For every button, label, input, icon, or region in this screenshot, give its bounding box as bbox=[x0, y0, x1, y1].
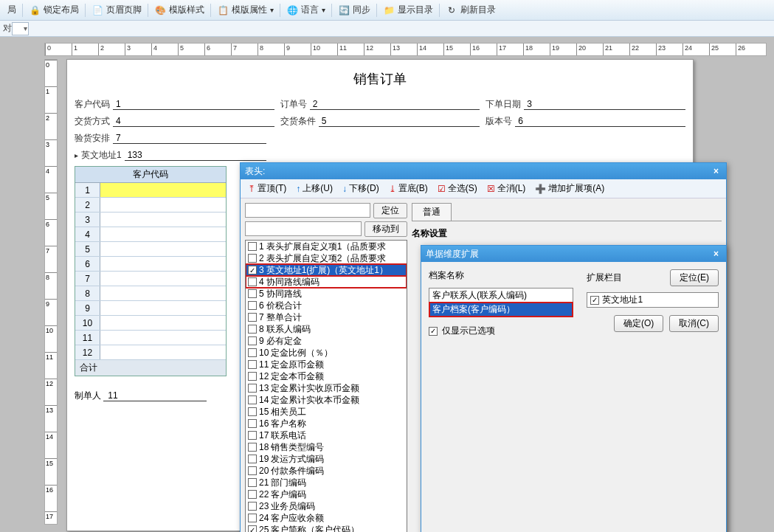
field-item[interactable]: 23业务员编码 bbox=[246, 500, 407, 512]
item-checkbox[interactable] bbox=[248, 443, 257, 452]
field-item[interactable]: 17联系电话 bbox=[246, 429, 407, 441]
grid-row[interactable]: 6 bbox=[75, 257, 226, 272]
field-item[interactable]: 10定金比例（％） bbox=[246, 347, 407, 359]
opt-show-selected-checkbox[interactable]: ✓ bbox=[429, 327, 438, 336]
field-en-addr1[interactable]: 133 bbox=[125, 150, 266, 161]
field-item[interactable]: 4协同路线编码 bbox=[246, 276, 407, 288]
field-item[interactable]: 8联系人编码 bbox=[246, 323, 407, 335]
item-checkbox[interactable]: ✓ bbox=[248, 266, 257, 274]
field-delivery-term[interactable]: 5 bbox=[319, 116, 480, 127]
ext-checkbox[interactable]: ✓ bbox=[590, 296, 599, 305]
item-checkbox[interactable] bbox=[248, 490, 257, 499]
item-checkbox[interactable] bbox=[248, 372, 257, 381]
btn-add-ext[interactable]: ➕增加扩展项(A) bbox=[531, 181, 609, 196]
ext-column-list[interactable]: ✓英文地址1 bbox=[587, 292, 719, 308]
archive-item[interactable]: 客户档案(客户编码） bbox=[429, 303, 573, 317]
grid-row[interactable]: 11 bbox=[75, 331, 226, 345]
item-checkbox[interactable] bbox=[248, 407, 257, 416]
dlg1-titlebar[interactable]: 表头: × bbox=[241, 163, 726, 179]
item-checkbox[interactable] bbox=[248, 395, 257, 404]
tb-template-style[interactable]: 🎨模版样式 bbox=[150, 2, 209, 18]
field-item[interactable]: 21部门编码 bbox=[246, 477, 407, 488]
field-item[interactable]: 7整单合计 bbox=[246, 311, 407, 323]
field-item[interactable]: 20付款条件编码 bbox=[246, 465, 407, 477]
tb-header-footer[interactable]: 📄页眉页脚 bbox=[87, 2, 146, 18]
grid-row[interactable]: 9 bbox=[75, 301, 226, 316]
field-item[interactable]: 1表头扩展自定义项1（品质要求 bbox=[246, 241, 407, 252]
tb-lock-layout[interactable]: 🔒锁定布局 bbox=[24, 2, 83, 18]
field-customer-code[interactable]: 1 bbox=[113, 99, 274, 110]
item-checkbox[interactable] bbox=[248, 360, 257, 369]
grid-row[interactable]: 5 bbox=[75, 242, 226, 257]
grid-row[interactable]: 10 bbox=[75, 316, 226, 331]
grid-row[interactable]: 4 bbox=[75, 227, 226, 242]
item-checkbox[interactable] bbox=[248, 514, 257, 522]
field-item[interactable]: 22客户编码 bbox=[246, 488, 407, 500]
item-checkbox[interactable] bbox=[248, 301, 257, 310]
item-checkbox[interactable] bbox=[248, 502, 257, 511]
item-checkbox[interactable] bbox=[248, 254, 257, 263]
field-inspect[interactable]: 7 bbox=[113, 133, 266, 144]
mini-grid[interactable]: 客户代码 123456789101112 合计 bbox=[75, 166, 227, 376]
item-checkbox[interactable] bbox=[248, 336, 257, 345]
item-checkbox[interactable] bbox=[248, 384, 257, 393]
dlg2-cancel-button[interactable]: 取消(C) bbox=[669, 315, 719, 332]
item-checkbox[interactable]: ✓ bbox=[248, 525, 257, 532]
item-checkbox[interactable] bbox=[248, 289, 257, 298]
item-checkbox[interactable] bbox=[248, 325, 257, 334]
field-item[interactable]: 14定金累计实收本币金额 bbox=[246, 394, 407, 406]
grid-row[interactable]: 12 bbox=[75, 345, 226, 360]
align-dropdown[interactable] bbox=[12, 22, 29, 35]
field-item[interactable]: 13定金累计实收原币金额 bbox=[246, 382, 407, 394]
dlg1-close-icon[interactable]: × bbox=[711, 166, 722, 176]
btn-move-top[interactable]: ⤒置顶(T) bbox=[243, 181, 291, 196]
field-item[interactable]: 16客户名称 bbox=[246, 418, 407, 429]
item-checkbox[interactable] bbox=[248, 277, 257, 286]
field-item[interactable]: ✓3英文地址1(扩展)（英文地址1） bbox=[246, 264, 407, 276]
field-order-no[interactable]: 2 bbox=[310, 99, 480, 110]
ext-item[interactable]: ✓英文地址1 bbox=[587, 293, 718, 307]
field-version[interactable]: 6 bbox=[515, 116, 685, 127]
btn-moveto[interactable]: 移动到 bbox=[364, 221, 407, 237]
dlg1-item-list[interactable]: 1表头扩展自定义项1（品质要求2表头扩展自定义项2（品质要求✓3英文地址1(扩展… bbox=[245, 240, 407, 532]
item-checkbox[interactable] bbox=[248, 431, 257, 440]
tb-refresh-toc[interactable]: ↻刷新目录 bbox=[441, 2, 500, 18]
field-item[interactable]: ✓25客户简称（客户代码） bbox=[246, 524, 407, 532]
dlg2-ok-button[interactable]: 确定(O) bbox=[614, 315, 663, 332]
field-item[interactable]: 5协同路线 bbox=[246, 288, 407, 300]
item-checkbox[interactable] bbox=[248, 313, 257, 322]
field-item[interactable]: 2表头扩展自定义项2（品质要求 bbox=[246, 252, 407, 264]
btn-locate-e[interactable]: 定位(E) bbox=[670, 269, 719, 286]
field-maker[interactable]: 11 bbox=[103, 390, 207, 401]
btn-select-all[interactable]: ☑全选(S) bbox=[433, 181, 482, 196]
btn-move-down[interactable]: ↓下移(D) bbox=[338, 181, 384, 196]
field-item[interactable]: 6价税合计 bbox=[246, 300, 407, 311]
tb-sync[interactable]: 🔄同步 bbox=[334, 2, 375, 18]
tb-layout[interactable]: 局 bbox=[3, 2, 21, 18]
grid-row[interactable]: 3 bbox=[75, 213, 226, 227]
field-item[interactable]: 19发运方式编码 bbox=[246, 453, 407, 465]
dlg1-search-input[interactable] bbox=[245, 203, 370, 218]
field-item[interactable]: 11定金原币金额 bbox=[246, 359, 407, 370]
grid-row[interactable]: 8 bbox=[75, 286, 226, 301]
archive-item[interactable]: 客户联系人(联系人编码) bbox=[429, 289, 573, 303]
field-order-date[interactable]: 3 bbox=[524, 99, 685, 110]
tb-show-toc[interactable]: 📁显示目录 bbox=[379, 2, 438, 18]
field-item[interactable]: 15相关员工 bbox=[246, 406, 407, 418]
item-checkbox[interactable] bbox=[248, 419, 257, 428]
dlg1-moveto-input[interactable] bbox=[245, 221, 362, 236]
tb-template-props[interactable]: 📋模版属性▾ bbox=[212, 2, 278, 18]
tab-general[interactable]: 普通 bbox=[412, 203, 452, 221]
item-checkbox[interactable] bbox=[248, 478, 257, 487]
item-checkbox[interactable] bbox=[248, 348, 257, 357]
field-item[interactable]: 9必有定金 bbox=[246, 335, 407, 347]
grid-row[interactable]: 7 bbox=[75, 272, 226, 286]
item-checkbox[interactable] bbox=[248, 242, 257, 251]
tb-language[interactable]: 🌐语言▾ bbox=[282, 2, 330, 18]
btn-locate[interactable]: 定位 bbox=[373, 203, 407, 218]
grid-row[interactable]: 1 bbox=[75, 183, 226, 198]
btn-select-none[interactable]: ☒全消(L) bbox=[483, 181, 531, 196]
archive-list[interactable]: 客户联系人(联系人编码)客户档案(客户编码） bbox=[429, 288, 573, 317]
field-delivery-mode[interactable]: 4 bbox=[113, 116, 274, 127]
field-item[interactable]: 24客户应收余额 bbox=[246, 512, 407, 524]
